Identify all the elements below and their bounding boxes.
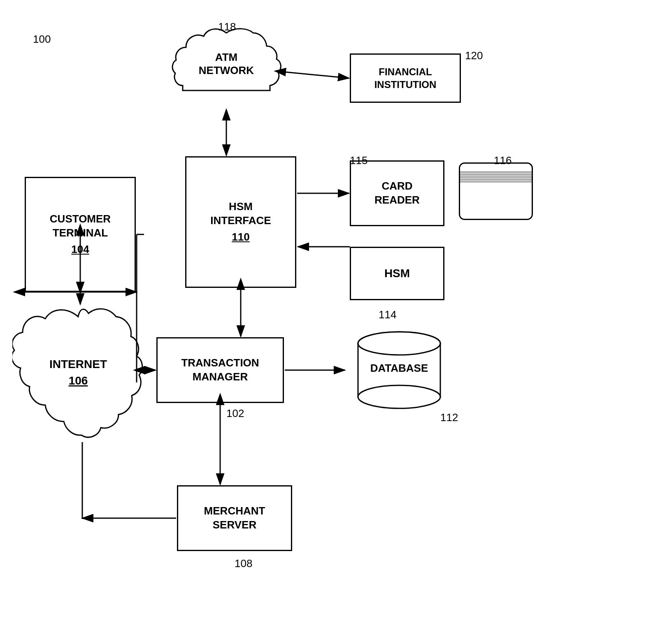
ref-114: 114 xyxy=(379,308,396,321)
financial-institution-label: FINANCIAL INSTITUTION xyxy=(351,65,460,91)
card-reader-label: CARDREADER xyxy=(374,179,420,207)
ref-120: 120 xyxy=(465,49,483,62)
ref-100: 100 xyxy=(33,33,51,46)
hsm-label: HSM xyxy=(384,266,410,281)
svg-text:106: 106 xyxy=(69,374,88,387)
svg-point-6 xyxy=(358,385,440,408)
transaction-manager-box: TRANSACTIONMANAGER xyxy=(156,337,284,403)
transaction-manager-label: TRANSACTIONMANAGER xyxy=(181,356,259,384)
internet-cloud: INTERNET 106 xyxy=(12,304,144,444)
hsm-interface-ref: 110 xyxy=(232,230,249,244)
hsm-box: HSM xyxy=(350,247,444,300)
card-reader-box: CARDREADER xyxy=(350,160,444,226)
ref-108: 108 xyxy=(235,557,252,570)
customer-terminal-ref: 104 xyxy=(71,243,89,257)
svg-text:NETWORK: NETWORK xyxy=(199,64,254,76)
ref-112: 112 xyxy=(440,411,458,424)
customer-terminal-box: CUSTOMERTERMINAL 104 xyxy=(25,177,136,292)
ref-115: 115 xyxy=(350,154,367,167)
svg-text:ATM: ATM xyxy=(215,51,237,63)
hsm-interface-label: HSMINTERFACE xyxy=(210,200,271,228)
hsm-interface-box: HSMINTERFACE 110 xyxy=(185,156,296,288)
customer-terminal-label: CUSTOMERTERMINAL xyxy=(50,212,111,240)
ref-118: 118 xyxy=(218,21,236,33)
database-shape: DATABASE xyxy=(346,329,453,411)
ref-116: 116 xyxy=(494,154,512,167)
svg-line-11 xyxy=(285,72,349,78)
ref-102: 102 xyxy=(226,407,244,420)
database-label: DATABASE xyxy=(346,362,453,375)
atm-network-cloud: ATM NETWORK xyxy=(169,25,284,119)
financial-institution-box: FINANCIAL INSTITUTION xyxy=(350,53,461,103)
merchant-server-label: MERCHANTSERVER xyxy=(204,504,265,532)
diagram: 100 ATM NETWORK 118 FINANCIAL INSTITUTIO… xyxy=(0,0,658,644)
merchant-server-box: MERCHANTSERVER xyxy=(177,485,292,551)
svg-text:INTERNET: INTERNET xyxy=(49,358,107,371)
card-stripe xyxy=(460,171,532,183)
svg-point-7 xyxy=(358,332,440,355)
card-116 xyxy=(459,162,533,220)
